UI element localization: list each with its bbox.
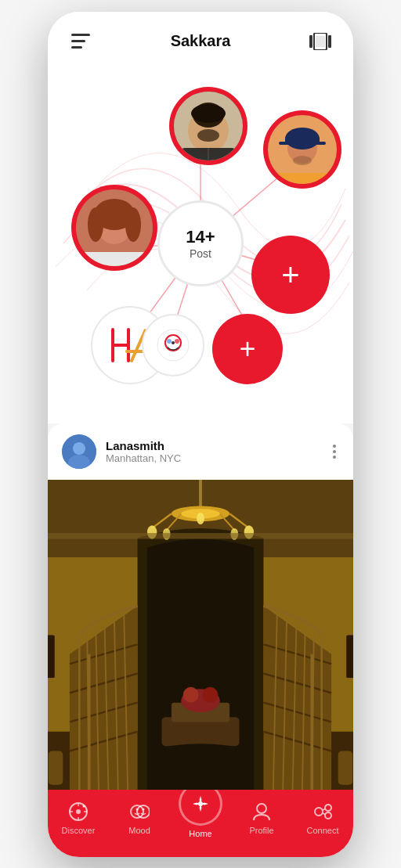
- svg-point-105: [198, 801, 203, 806]
- svg-rect-84: [48, 635, 55, 679]
- post-label: Post: [190, 247, 211, 260]
- svg-point-28: [293, 156, 312, 165]
- svg-point-107: [315, 808, 323, 816]
- svg-rect-0: [71, 34, 90, 36]
- svg-rect-4: [309, 35, 312, 48]
- svg-rect-29: [274, 173, 331, 184]
- feed-location: Manhattan, NYC: [106, 452, 181, 464]
- nav-label-home: Home: [189, 829, 211, 838]
- nav-item-profile[interactable]: Profile: [238, 801, 285, 835]
- more-options-button[interactable]: [330, 441, 339, 462]
- svg-point-103: [136, 808, 139, 810]
- svg-rect-92: [338, 751, 353, 784]
- app-title: Sakkara: [171, 32, 231, 50]
- svg-rect-6: [316, 36, 325, 47]
- feed-user-info: Lanasmith Manhattan, NYC: [62, 434, 181, 469]
- svg-rect-27: [279, 142, 326, 145]
- nav-item-connect[interactable]: Connect: [299, 801, 346, 835]
- add-button-right[interactable]: +: [251, 236, 330, 314]
- feed-card-header: Lanasmith Manhattan, NYC: [48, 423, 353, 480]
- nav-label-discover: Discover: [62, 826, 96, 835]
- user-avatar-2[interactable]: [263, 110, 341, 189]
- svg-point-95: [76, 809, 81, 814]
- svg-point-43: [73, 442, 85, 455]
- svg-point-19: [197, 129, 219, 142]
- logo-bubble-ai[interactable]: [142, 314, 204, 376]
- phone-container: Sakkara: [48, 12, 353, 857]
- nav-label-profile: Profile: [249, 826, 273, 835]
- nav-label-connect: Connect: [307, 826, 339, 835]
- bottom-nav: Discover Mood: [48, 790, 353, 857]
- feed-avatar[interactable]: [62, 434, 96, 469]
- svg-point-109: [325, 812, 331, 819]
- svg-rect-93: [48, 533, 353, 538]
- svg-rect-1: [71, 40, 85, 42]
- menu-icon[interactable]: [67, 27, 95, 56]
- svg-point-18: [191, 104, 226, 123]
- nav-item-mood[interactable]: Mood: [116, 801, 163, 835]
- post-count-bubble[interactable]: 14+ Post: [157, 200, 244, 286]
- svg-point-104: [143, 808, 145, 810]
- mood-icon: [128, 801, 150, 823]
- svg-point-39: [167, 339, 172, 344]
- feed-image: [48, 480, 353, 790]
- profile-icon: [251, 801, 273, 823]
- svg-rect-85: [346, 635, 353, 679]
- svg-point-90: [202, 686, 218, 702]
- svg-point-106: [257, 804, 266, 813]
- post-count: 14+: [186, 227, 215, 247]
- dot-1: [333, 445, 336, 448]
- svg-point-41: [172, 341, 175, 344]
- svg-rect-36: [84, 252, 145, 266]
- user-avatar-3[interactable]: [71, 185, 157, 271]
- svg-line-110: [323, 809, 325, 810]
- svg-line-111: [323, 813, 325, 815]
- feed-card: Lanasmith Manhattan, NYC: [48, 423, 353, 790]
- svg-point-100: [83, 805, 85, 807]
- feed-username: Lanasmith: [106, 439, 181, 452]
- svg-rect-91: [49, 751, 63, 784]
- stories-area: 14+ Post: [48, 63, 353, 423]
- svg-point-79: [197, 513, 204, 524]
- user-avatar-1[interactable]: [169, 87, 247, 165]
- header: Sakkara: [48, 12, 353, 63]
- svg-rect-2: [71, 46, 82, 49]
- svg-point-34: [88, 207, 103, 242]
- connect-icon: [312, 801, 334, 823]
- feed-user-text: Lanasmith Manhattan, NYC: [106, 439, 181, 464]
- room-illustration: [48, 480, 353, 790]
- dot-2: [333, 450, 336, 453]
- dot-3: [333, 456, 336, 459]
- nav-item-discover[interactable]: Discover: [55, 801, 102, 835]
- svg-point-35: [125, 207, 141, 242]
- add-button-bottom[interactable]: +: [212, 314, 283, 384]
- carousel-icon[interactable]: [306, 27, 334, 56]
- discover-icon: [67, 801, 89, 823]
- svg-point-108: [325, 805, 331, 811]
- nav-label-mood: Mood: [128, 826, 150, 835]
- svg-rect-5: [328, 35, 331, 48]
- nav-item-home[interactable]: Home: [177, 798, 224, 838]
- svg-point-40: [175, 339, 179, 344]
- svg-point-89: [183, 686, 199, 702]
